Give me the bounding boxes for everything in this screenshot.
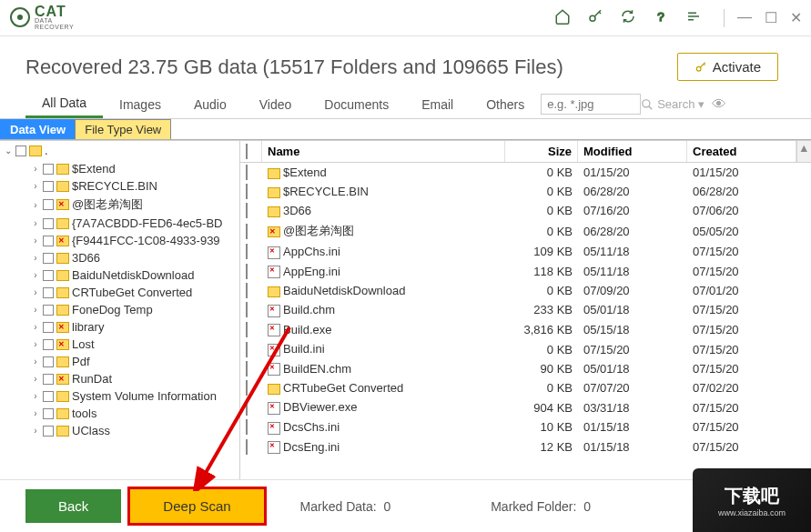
tab-others[interactable]: Others <box>470 92 541 117</box>
checkbox[interactable] <box>246 165 248 180</box>
table-row[interactable]: BuildEN.chm 90 KB 05/01/18 07/15/20 <box>240 359 811 379</box>
checkbox[interactable] <box>43 339 54 350</box>
tree-item[interactable]: › BaiduNetdiskDownload <box>0 266 239 284</box>
tab-email[interactable]: Email <box>405 92 470 117</box>
table-row[interactable]: AppChs.ini 109 KB 05/11/18 07/15/20 <box>240 242 811 262</box>
caret-icon[interactable]: › <box>31 253 40 263</box>
table-row[interactable]: DcsChs.ini 10 KB 01/15/18 07/15/20 <box>240 417 811 437</box>
checkbox[interactable] <box>43 270 54 281</box>
col-size[interactable]: Size <box>505 141 578 162</box>
checkbox[interactable] <box>43 356 54 367</box>
checkbox[interactable] <box>15 146 26 156</box>
tab-file-type-view[interactable]: File Type View <box>75 119 171 139</box>
tab-video[interactable]: Video <box>243 92 309 117</box>
checkbox[interactable] <box>246 400 248 416</box>
caret-icon[interactable]: › <box>31 374 40 384</box>
select-all-checkbox[interactable] <box>246 144 248 159</box>
checkbox[interactable] <box>43 218 54 229</box>
checkbox[interactable] <box>246 380 248 396</box>
checkbox[interactable] <box>43 181 54 192</box>
checkbox[interactable] <box>246 184 248 199</box>
checkbox[interactable] <box>43 374 54 385</box>
checkbox[interactable] <box>43 305 54 316</box>
caret-icon[interactable]: › <box>31 408 40 418</box>
caret-icon[interactable]: › <box>31 322 40 332</box>
caret-icon[interactable]: › <box>31 426 40 436</box>
tree-item[interactable]: › Pdf <box>0 353 239 370</box>
caret-icon[interactable]: › <box>31 305 40 315</box>
tree-item[interactable]: › RunDat <box>0 370 239 387</box>
col-name[interactable]: Name <box>262 141 505 162</box>
scroll-up-icon[interactable]: ▴ <box>797 141 811 155</box>
checkbox[interactable] <box>246 224 248 239</box>
checkbox[interactable] <box>246 264 248 279</box>
table-row[interactable]: Build.chm 233 KB 05/01/18 07/15/20 <box>240 300 811 320</box>
caret-icon[interactable]: ⌄ <box>4 146 13 156</box>
checkbox[interactable] <box>246 244 248 259</box>
help-icon[interactable]: ? <box>653 8 669 28</box>
search-button[interactable]: Search ▾ <box>641 97 705 111</box>
caret-icon[interactable]: › <box>31 287 40 297</box>
checkbox[interactable] <box>43 287 54 298</box>
refresh-icon[interactable] <box>620 8 636 28</box>
table-row[interactable]: $Extend 0 KB 01/15/20 01/15/20 <box>240 163 811 182</box>
tree-item[interactable]: › {7A7ACBDD-FED6-4ec5-BD <box>0 215 239 232</box>
checkbox[interactable] <box>43 408 54 419</box>
checkbox[interactable] <box>246 302 248 317</box>
settings-icon[interactable] <box>685 8 702 28</box>
table-row[interactable]: DcsEng.ini 12 KB 01/15/18 07/15/20 <box>240 437 811 457</box>
caret-icon[interactable]: › <box>31 391 40 401</box>
tree-item[interactable]: › 3D66 <box>0 249 239 266</box>
table-row[interactable]: @图老弟淘图 0 KB 06/28/20 05/05/20 <box>240 220 811 242</box>
caret-icon[interactable]: › <box>31 339 40 349</box>
checkbox[interactable] <box>246 361 248 376</box>
checkbox[interactable] <box>246 283 248 298</box>
tree-item[interactable]: › @图老弟淘图 <box>0 195 239 215</box>
tab-documents[interactable]: Documents <box>308 92 405 117</box>
table-row[interactable]: AppEng.ini 118 KB 05/11/18 07/15/20 <box>240 262 811 282</box>
tree-item[interactable]: › FoneDog Temp <box>0 301 239 318</box>
caret-icon[interactable]: › <box>31 164 40 174</box>
table-row[interactable]: Build.ini 0 KB 07/15/20 07/15/20 <box>240 339 811 359</box>
home-icon[interactable] <box>554 8 571 28</box>
table-row[interactable]: $RECYCLE.BIN 0 KB 06/28/20 06/28/20 <box>240 182 811 201</box>
caret-icon[interactable]: › <box>31 270 40 280</box>
table-row[interactable]: Build.exe 3,816 KB 05/15/18 07/15/20 <box>240 320 811 340</box>
checkbox[interactable] <box>43 253 54 264</box>
caret-icon[interactable]: › <box>31 218 40 228</box>
checkbox[interactable] <box>43 164 54 175</box>
tab-data-view[interactable]: Data View <box>0 119 76 139</box>
checkbox[interactable] <box>246 439 248 455</box>
back-button[interactable]: Back <box>25 489 121 523</box>
checkbox[interactable] <box>43 199 54 210</box>
eye-icon[interactable]: 👁 <box>712 96 726 113</box>
tab-audio[interactable]: Audio <box>177 92 243 117</box>
tree-item[interactable]: › tools <box>0 405 239 422</box>
deep-scan-button[interactable]: Deep Scan <box>130 489 263 523</box>
tree-item[interactable]: › System Volume Information <box>0 387 239 405</box>
col-created[interactable]: Created <box>687 141 796 162</box>
tab-images[interactable]: Images <box>103 92 177 117</box>
checkbox[interactable] <box>246 419 248 435</box>
caret-icon[interactable]: › <box>31 200 40 210</box>
tree-item[interactable]: › $RECYCLE.BIN <box>0 177 239 195</box>
maximize-icon[interactable]: ☐ <box>765 9 777 26</box>
checkbox[interactable] <box>43 426 54 437</box>
tree-item[interactable]: › {F9441FCC-1C08-4933-939 <box>0 232 239 249</box>
tree-item[interactable]: › CRTubeGet Converted <box>0 284 239 301</box>
checkbox[interactable] <box>43 236 54 246</box>
table-row[interactable]: DBViewer.exe 904 KB 03/31/18 07/15/20 <box>240 397 811 417</box>
caret-icon[interactable]: › <box>31 236 40 246</box>
checkbox[interactable] <box>246 322 248 337</box>
tree-item[interactable]: › $Extend <box>0 160 239 177</box>
table-row[interactable]: 3D66 0 KB 07/16/20 07/06/20 <box>240 201 811 220</box>
checkbox[interactable] <box>43 391 54 402</box>
table-row[interactable]: CRTubeGet Converted 0 KB 07/07/20 07/02/… <box>240 378 811 397</box>
col-modified[interactable]: Modified <box>578 141 687 162</box>
table-row[interactable]: BaiduNetdiskDownload 0 KB 07/09/20 07/01… <box>240 281 811 300</box>
search-input[interactable] <box>541 94 641 115</box>
tab-all-data[interactable]: All Data <box>25 90 103 118</box>
activate-button[interactable]: Activate <box>677 53 778 81</box>
tree-item[interactable]: › UClass <box>0 422 239 439</box>
key-icon[interactable] <box>587 8 603 28</box>
